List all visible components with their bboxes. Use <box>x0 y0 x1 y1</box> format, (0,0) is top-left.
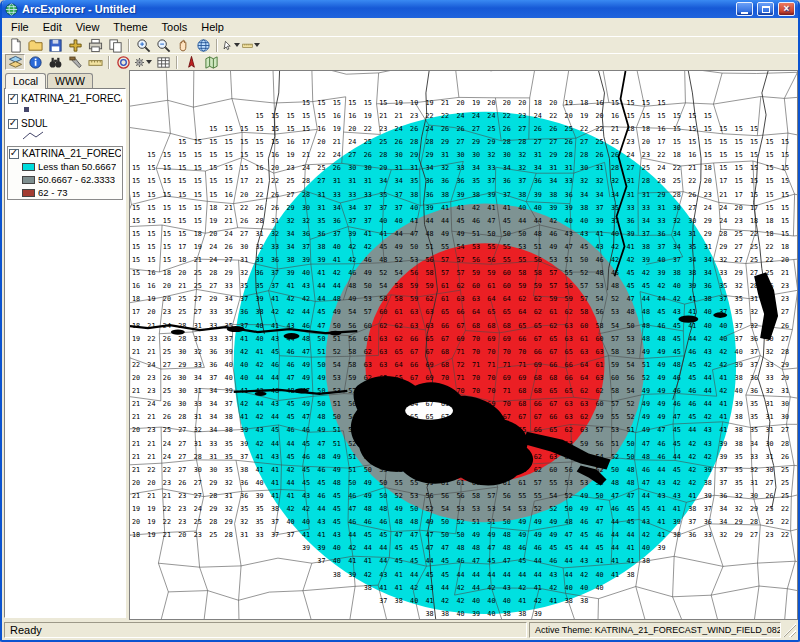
theme-checkbox[interactable]: ✓ <box>9 149 19 159</box>
svg-text:27: 27 <box>781 335 789 343</box>
buffer-button[interactable] <box>113 54 133 70</box>
svg-text:15: 15 <box>657 112 665 120</box>
legend-theme[interactable]: ✓KATRINA_21_FORECAST_WINILess than 50.66… <box>7 146 123 200</box>
zoom-active-theme-button[interactable] <box>5 54 25 70</box>
svg-text:50: 50 <box>364 282 372 290</box>
select-tool-button[interactable] <box>221 37 241 53</box>
tab-www[interactable]: WWW <box>47 73 93 88</box>
svg-text:40: 40 <box>225 374 233 382</box>
theme-checkbox[interactable]: ✓ <box>8 94 18 104</box>
svg-text:23: 23 <box>704 191 712 199</box>
menu-theme[interactable]: Theme <box>106 19 154 35</box>
svg-text:20: 20 <box>735 204 743 212</box>
add-theme-button[interactable] <box>65 37 85 53</box>
new-project-button[interactable] <box>5 37 25 53</box>
svg-text:26: 26 <box>225 243 233 251</box>
svg-text:15: 15 <box>209 125 217 133</box>
svg-text:50: 50 <box>596 479 604 487</box>
dropdown-caret-icon[interactable] <box>146 60 152 64</box>
svg-text:32: 32 <box>750 309 758 317</box>
svg-text:15: 15 <box>302 125 310 133</box>
menu-file[interactable]: File <box>4 19 36 35</box>
svg-text:71: 71 <box>503 361 511 369</box>
svg-text:40: 40 <box>565 217 573 225</box>
svg-text:65: 65 <box>549 426 557 434</box>
titlebar[interactable]: ArcExplorer - Untitled × <box>2 0 798 18</box>
svg-text:15: 15 <box>147 204 155 212</box>
svg-text:40: 40 <box>487 597 495 605</box>
menu-edit[interactable]: Edit <box>36 19 69 35</box>
svg-text:31: 31 <box>750 479 758 487</box>
svg-text:19: 19 <box>472 99 480 107</box>
identify-button[interactable] <box>25 54 45 70</box>
north-arrow-button[interactable] <box>181 54 201 70</box>
svg-text:22: 22 <box>271 177 279 185</box>
close-button[interactable]: × <box>778 2 795 16</box>
theme-checkbox[interactable]: ✓ <box>8 119 18 129</box>
scale-tool-button[interactable] <box>241 37 261 53</box>
svg-text:68: 68 <box>518 400 526 408</box>
svg-text:25: 25 <box>209 531 217 539</box>
svg-text:45: 45 <box>286 400 294 408</box>
minimize-button[interactable] <box>736 2 753 16</box>
svg-text:49: 49 <box>472 531 480 539</box>
legend-theme[interactable]: ✓SDUL <box>7 117 123 143</box>
menu-tools[interactable]: Tools <box>155 19 195 35</box>
svg-text:59: 59 <box>596 413 604 421</box>
zoom-in-button[interactable] <box>133 37 153 53</box>
save-project-button[interactable] <box>45 37 65 53</box>
theme-properties-button[interactable] <box>133 54 153 70</box>
svg-text:15: 15 <box>719 164 727 172</box>
svg-text:43: 43 <box>302 492 310 500</box>
svg-text:45: 45 <box>518 558 526 566</box>
svg-text:21: 21 <box>256 177 264 185</box>
maximize-button[interactable] <box>757 2 774 16</box>
attribute-table-button[interactable] <box>153 54 173 70</box>
svg-text:61: 61 <box>410 453 418 461</box>
resize-grip[interactable] <box>783 623 796 637</box>
legend-theme[interactable]: ✓KATRINA_21_FORECAST_WINI <box>7 92 123 114</box>
svg-text:48: 48 <box>317 413 325 421</box>
svg-text:63: 63 <box>410 322 418 330</box>
zoom-full-extent-button[interactable] <box>193 37 213 53</box>
svg-text:21: 21 <box>147 322 155 330</box>
svg-text:44: 44 <box>271 413 279 421</box>
svg-text:38: 38 <box>673 531 681 539</box>
menu-help[interactable]: Help <box>194 19 231 35</box>
zoom-out-button[interactable] <box>153 37 173 53</box>
find-button[interactable] <box>45 54 65 70</box>
dropdown-caret-icon[interactable] <box>234 43 240 47</box>
svg-text:37: 37 <box>364 217 372 225</box>
measure-button[interactable] <box>85 54 105 70</box>
svg-text:50: 50 <box>333 322 341 330</box>
svg-text:29: 29 <box>704 230 712 238</box>
print-button[interactable] <box>85 37 105 53</box>
svg-text:37: 37 <box>225 400 233 408</box>
copy-to-clipboard-button[interactable] <box>105 37 125 53</box>
overview-map-button[interactable] <box>201 54 221 70</box>
svg-text:26: 26 <box>456 125 464 133</box>
svg-text:29: 29 <box>410 151 418 159</box>
svg-text:22: 22 <box>657 151 665 159</box>
svg-text:15: 15 <box>132 177 140 185</box>
svg-text:15: 15 <box>194 191 202 199</box>
open-project-button[interactable] <box>25 37 45 53</box>
svg-text:24: 24 <box>225 230 233 238</box>
menu-view[interactable]: View <box>69 19 107 35</box>
tab-local[interactable]: Local <box>5 73 46 89</box>
svg-text:44: 44 <box>688 335 696 343</box>
svg-text:39: 39 <box>456 191 464 199</box>
svg-text:30: 30 <box>688 217 696 225</box>
svg-text:35: 35 <box>256 518 264 526</box>
pan-button[interactable] <box>173 37 193 53</box>
svg-text:31: 31 <box>348 177 356 185</box>
dropdown-caret-icon[interactable] <box>254 43 260 47</box>
map-view[interactable]: 1515151515151919192120192020201820191816… <box>129 70 798 620</box>
svg-text:27: 27 <box>240 230 248 238</box>
svg-text:48: 48 <box>426 230 434 238</box>
query-builder-button[interactable] <box>65 54 85 70</box>
svg-text:38: 38 <box>688 505 696 513</box>
svg-text:42: 42 <box>348 544 356 552</box>
svg-text:42: 42 <box>410 584 418 592</box>
svg-text:22: 22 <box>781 518 789 526</box>
